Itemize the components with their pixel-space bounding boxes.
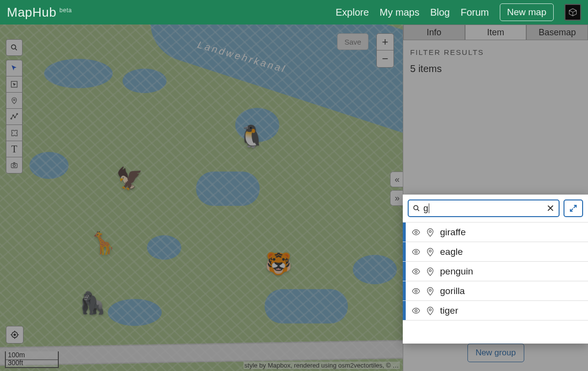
panel-collapse-right[interactable]: » <box>390 190 403 206</box>
filter-search-input[interactable]: g ✕ <box>408 199 560 217</box>
filter-item-tiger[interactable]: tiger <box>403 300 588 320</box>
app-header: MapHub beta Explore My maps Blog Forum N… <box>0 0 588 25</box>
map-attribution: style by Mapbox, rendered using osm2vect… <box>244 362 400 369</box>
tool-puzzle[interactable] <box>6 124 23 141</box>
pin-icon <box>425 305 435 316</box>
panel-collapse-handles: « » <box>390 172 403 209</box>
svg-line-13 <box>417 209 419 211</box>
map-marker-penguin[interactable]: 🐧 <box>238 123 265 150</box>
visibility-icon[interactable] <box>411 247 421 256</box>
pin-icon <box>425 286 435 297</box>
tab-info[interactable]: Info <box>403 25 465 40</box>
svg-point-9 <box>13 164 16 167</box>
filter-item-label: tiger <box>440 305 458 316</box>
new-group-button[interactable]: New group <box>467 344 524 362</box>
zoom-out-button[interactable]: − <box>377 50 393 67</box>
map-background: Landwehrkanal <box>0 25 403 371</box>
scale-imperial: 300ft <box>5 359 59 368</box>
tool-camera[interactable] <box>6 157 23 173</box>
nav-blog[interactable]: Blog <box>430 7 450 18</box>
filter-item-giraffe[interactable]: giraffe <box>403 222 588 242</box>
logo[interactable]: MapHub beta <box>7 5 72 20</box>
svg-point-14 <box>415 231 417 233</box>
svg-point-12 <box>414 205 418 210</box>
filter-item-label: giraffe <box>440 227 466 238</box>
svg-point-16 <box>415 250 417 253</box>
visibility-icon[interactable] <box>411 287 421 296</box>
filter-item-label: penguin <box>440 266 473 277</box>
logo-text: MapHub <box>7 5 56 20</box>
expand-panel-button[interactable] <box>564 199 583 217</box>
filter-count: 5 items <box>410 63 581 74</box>
svg-point-22 <box>415 309 417 312</box>
svg-point-3 <box>13 99 15 100</box>
tool-pointer-box[interactable] <box>6 76 23 93</box>
visibility-icon[interactable] <box>411 267 421 276</box>
pin-icon <box>425 266 435 277</box>
svg-point-0 <box>11 45 16 49</box>
svg-point-11 <box>14 334 15 335</box>
user-avatar[interactable] <box>564 4 581 21</box>
tool-text[interactable]: T <box>6 141 23 157</box>
pin-icon <box>425 247 435 257</box>
visibility-icon[interactable] <box>411 228 421 237</box>
map-marker-giraffe[interactable]: 🦒 <box>89 229 117 257</box>
visibility-icon[interactable] <box>411 306 421 315</box>
zoom-control: + − <box>376 33 394 68</box>
nav-mymaps[interactable]: My maps <box>380 7 419 18</box>
item-filter-popup: g ✕ giraffeeaglepenguingorillatiger <box>403 195 588 344</box>
filter-item-gorilla[interactable]: gorilla <box>403 281 588 300</box>
map-canvas[interactable]: Landwehrkanal 🐧🦅🦒🐯🦍 T <box>0 25 403 371</box>
svg-point-7 <box>17 113 18 114</box>
filter-search-value: g <box>423 203 428 214</box>
svg-point-4 <box>11 118 12 119</box>
svg-point-19 <box>429 270 431 272</box>
svg-point-15 <box>429 230 431 232</box>
filter-item-label: eagle <box>440 247 463 257</box>
map-marker-eagle[interactable]: 🦅 <box>116 165 143 192</box>
svg-point-5 <box>13 115 14 116</box>
locate-button[interactable] <box>6 326 24 344</box>
map-search-button[interactable] <box>6 39 23 56</box>
svg-point-21 <box>429 289 431 291</box>
new-map-button[interactable]: New map <box>500 3 554 21</box>
svg-point-18 <box>415 270 417 272</box>
search-icon <box>413 204 420 212</box>
filter-item-label: gorilla <box>440 286 465 297</box>
side-tabs: Info Item Basemap <box>403 25 588 40</box>
top-nav: Explore My maps Blog Forum New map <box>336 3 581 21</box>
main: Landwehrkanal 🐧🦅🦒🐯🦍 T <box>0 25 588 371</box>
filter-result-list: giraffeeaglepenguingorillatiger <box>403 222 588 320</box>
nav-explore[interactable]: Explore <box>336 7 369 18</box>
svg-point-23 <box>429 309 431 311</box>
filter-item-eagle[interactable]: eagle <box>403 242 588 261</box>
svg-point-20 <box>415 290 417 292</box>
scale-bar: 100m 300ft <box>5 351 59 368</box>
tool-marker-pin[interactable] <box>6 92 23 109</box>
svg-line-1 <box>15 49 17 50</box>
tab-item[interactable]: Item <box>465 25 527 40</box>
map-marker-gorilla[interactable]: 🦍 <box>78 289 106 317</box>
beta-badge: beta <box>59 7 72 14</box>
filter-item-penguin[interactable]: penguin <box>403 261 588 281</box>
svg-point-6 <box>14 117 15 118</box>
nav-forum[interactable]: Forum <box>461 7 489 18</box>
clear-search-icon[interactable]: ✕ <box>546 202 555 214</box>
svg-point-17 <box>429 250 431 252</box>
tab-basemap[interactable]: Basemap <box>526 25 588 40</box>
zoom-in-button[interactable]: + <box>377 34 393 50</box>
map-toolbar: T <box>6 60 23 173</box>
save-button[interactable]: Save <box>337 33 368 50</box>
pin-icon <box>425 227 435 238</box>
map-marker-tiger[interactable]: 🐯 <box>265 250 292 277</box>
tool-polyline[interactable] <box>6 108 23 125</box>
panel-collapse-left[interactable]: « <box>390 172 403 187</box>
save-button-label: Save <box>344 38 361 46</box>
filter-title: FILTER RESULTS <box>410 48 581 56</box>
tool-select-arrow[interactable] <box>6 60 23 76</box>
